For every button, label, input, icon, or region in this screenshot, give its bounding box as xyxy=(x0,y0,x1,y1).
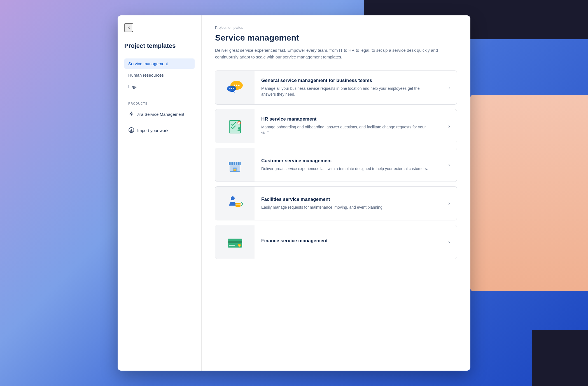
card-desc-customer: Deliver great service experiences fast w… xyxy=(261,166,429,172)
svg-text:$: $ xyxy=(239,244,240,247)
jira-service-management-label: Jira Service Management xyxy=(137,112,184,117)
svg-rect-30 xyxy=(228,241,242,243)
sidebar-nav: Service management Human reseources Lega… xyxy=(124,58,195,93)
card-title-customer: Customer service management xyxy=(261,158,435,164)
sidebar-item-service-management[interactable]: Service management xyxy=(124,58,195,69)
card-body-general: General service management for business … xyxy=(255,72,442,103)
card-icon-finance: $ xyxy=(215,225,255,259)
card-chevron-finance: › xyxy=(442,239,457,245)
card-body-customer: Customer service management Deliver grea… xyxy=(255,152,442,177)
modal-dialog: × Project templates Service management H… xyxy=(118,15,470,371)
main-content: Project templates Service management Del… xyxy=(202,15,470,371)
card-chevron-customer: › xyxy=(442,162,457,168)
svg-point-24 xyxy=(231,196,235,200)
svg-point-12 xyxy=(238,127,240,130)
card-body-hr: HR service management Manage onboarding … xyxy=(255,111,442,142)
sidebar-title: Project templates xyxy=(124,42,195,50)
card-icon-customer xyxy=(215,148,255,182)
sidebar-item-jira-service-management[interactable]: Jira Service Management xyxy=(124,109,195,120)
page-title: Service management xyxy=(215,33,457,43)
template-card-customer-service[interactable]: Customer service management Deliver grea… xyxy=(215,148,457,182)
template-card-hr-service[interactable]: HR service management Manage onboarding … xyxy=(215,109,457,143)
svg-point-7 xyxy=(231,88,232,89)
svg-rect-31 xyxy=(229,245,235,246)
page-description: Deliver great service experiences fast. … xyxy=(215,47,456,60)
svg-point-8 xyxy=(233,88,234,89)
card-icon-hr xyxy=(215,109,255,143)
card-icon-facilities xyxy=(215,187,255,220)
bg-dark-bottom xyxy=(532,330,588,386)
svg-point-3 xyxy=(236,85,237,86)
card-title-general: General service management for business … xyxy=(261,78,435,83)
template-card-facilities-service[interactable]: Facilities service management Easily man… xyxy=(215,186,457,220)
card-body-finance: Finance service management xyxy=(255,232,442,251)
card-icon-general xyxy=(215,71,255,104)
breadcrumb: Project templates xyxy=(215,25,457,30)
svg-point-4 xyxy=(238,85,240,86)
card-chevron-facilities: › xyxy=(442,201,457,206)
card-desc-hr: Manage onboarding and offboarding, answe… xyxy=(261,124,429,136)
card-title-hr: HR service management xyxy=(261,116,435,122)
svg-point-6 xyxy=(229,88,230,89)
sidebar-item-legal[interactable]: Legal xyxy=(124,81,195,92)
sidebar-item-human-resources[interactable]: Human reseources xyxy=(124,70,195,80)
card-desc-facilities: Easily manage requests for maintenance, … xyxy=(261,204,429,210)
jira-service-management-icon xyxy=(128,111,134,117)
close-button[interactable]: × xyxy=(124,23,133,32)
products-section-label: PRODUCTS xyxy=(124,102,195,105)
template-card-general-service[interactable]: General service management for business … xyxy=(215,70,457,105)
svg-point-2 xyxy=(234,85,235,86)
card-title-facilities: Facilities service management xyxy=(261,197,435,202)
bg-salmon xyxy=(470,95,588,291)
card-title-finance: Finance service management xyxy=(261,238,435,244)
import-label: Import your work xyxy=(137,128,169,133)
template-card-finance-service[interactable]: $ Finance service management › xyxy=(215,225,457,259)
sidebar-item-import[interactable]: Import your work xyxy=(124,124,195,137)
sidebar: × Project templates Service management H… xyxy=(118,15,202,371)
card-chevron-hr: › xyxy=(442,123,457,129)
card-body-facilities: Facilities service management Easily man… xyxy=(255,191,442,216)
import-icon xyxy=(128,127,134,134)
card-desc-general: Manage all your business service request… xyxy=(261,86,429,97)
card-chevron-general: › xyxy=(442,85,457,91)
